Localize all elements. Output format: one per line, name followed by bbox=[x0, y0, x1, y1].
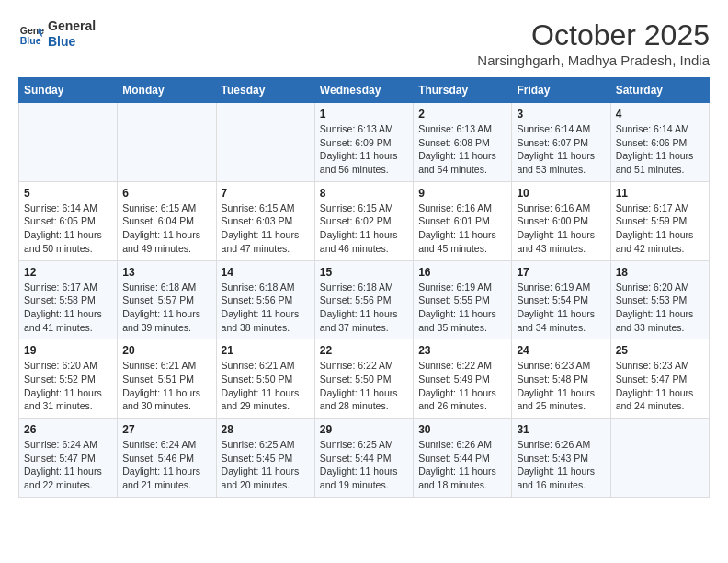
calendar-header-row: SundayMondayTuesdayWednesdayThursdayFrid… bbox=[19, 78, 710, 103]
calendar-cell: 29Sunrise: 6:25 AM Sunset: 5:44 PM Dayli… bbox=[314, 419, 413, 498]
calendar-cell: 22Sunrise: 6:22 AM Sunset: 5:50 PM Dayli… bbox=[314, 339, 413, 419]
calendar-cell: 24Sunrise: 6:23 AM Sunset: 5:48 PM Dayli… bbox=[512, 339, 610, 419]
day-number: 12 bbox=[24, 266, 112, 279]
day-info: Sunrise: 6:20 AM Sunset: 5:53 PM Dayligh… bbox=[616, 281, 704, 335]
day-number: 14 bbox=[222, 266, 310, 279]
day-info: Sunrise: 6:22 AM Sunset: 5:50 PM Dayligh… bbox=[320, 359, 408, 413]
calendar-cell: 5Sunrise: 6:14 AM Sunset: 6:05 PM Daylig… bbox=[19, 181, 118, 260]
day-number: 6 bbox=[122, 187, 210, 200]
header-monday: Monday bbox=[118, 78, 216, 103]
calendar-cell: 31Sunrise: 6:26 AM Sunset: 5:43 PM Dayli… bbox=[512, 419, 610, 498]
day-number: 17 bbox=[517, 266, 605, 279]
day-number: 3 bbox=[517, 108, 605, 121]
calendar-cell bbox=[118, 103, 216, 182]
day-info: Sunrise: 6:21 AM Sunset: 5:51 PM Dayligh… bbox=[122, 359, 210, 413]
calendar-cell: 8Sunrise: 6:15 AM Sunset: 6:02 PM Daylig… bbox=[314, 181, 413, 260]
page-header: General Blue General Blue October 2025 N… bbox=[18, 18, 710, 68]
day-info: Sunrise: 6:13 AM Sunset: 6:09 PM Dayligh… bbox=[320, 122, 408, 177]
calendar-cell: 28Sunrise: 6:25 AM Sunset: 5:45 PM Dayli… bbox=[216, 419, 314, 498]
day-info: Sunrise: 6:26 AM Sunset: 5:44 PM Dayligh… bbox=[418, 438, 506, 492]
calendar-cell: 4Sunrise: 6:14 AM Sunset: 6:06 PM Daylig… bbox=[610, 103, 709, 182]
calendar-cell: 11Sunrise: 6:17 AM Sunset: 5:59 PM Dayli… bbox=[610, 181, 709, 260]
day-number: 2 bbox=[418, 108, 506, 121]
day-number: 29 bbox=[320, 423, 408, 436]
day-info: Sunrise: 6:17 AM Sunset: 5:58 PM Dayligh… bbox=[24, 281, 112, 335]
day-info: Sunrise: 6:21 AM Sunset: 5:50 PM Dayligh… bbox=[222, 359, 310, 413]
day-number: 19 bbox=[24, 344, 112, 357]
day-number: 26 bbox=[24, 423, 112, 436]
day-number: 9 bbox=[418, 187, 506, 200]
day-info: Sunrise: 6:17 AM Sunset: 5:59 PM Dayligh… bbox=[616, 201, 704, 256]
calendar-cell: 20Sunrise: 6:21 AM Sunset: 5:51 PM Dayli… bbox=[118, 339, 216, 419]
day-info: Sunrise: 6:16 AM Sunset: 6:00 PM Dayligh… bbox=[517, 201, 605, 256]
day-number: 27 bbox=[122, 423, 210, 436]
day-info: Sunrise: 6:20 AM Sunset: 5:52 PM Dayligh… bbox=[24, 359, 112, 413]
day-info: Sunrise: 6:18 AM Sunset: 5:56 PM Dayligh… bbox=[222, 281, 310, 335]
title-block: October 2025 Narsinghgarh, Madhya Prades… bbox=[477, 18, 710, 68]
calendar-cell: 13Sunrise: 6:18 AM Sunset: 5:57 PM Dayli… bbox=[118, 260, 216, 339]
day-number: 18 bbox=[616, 266, 704, 279]
logo-text-line1: General bbox=[48, 18, 96, 34]
calendar-cell: 16Sunrise: 6:19 AM Sunset: 5:55 PM Dayli… bbox=[414, 260, 512, 339]
day-number: 31 bbox=[517, 423, 605, 436]
day-number: 28 bbox=[222, 423, 310, 436]
day-number: 11 bbox=[616, 187, 704, 200]
calendar-cell: 25Sunrise: 6:23 AM Sunset: 5:47 PM Dayli… bbox=[610, 339, 709, 419]
calendar-cell: 27Sunrise: 6:24 AM Sunset: 5:46 PM Dayli… bbox=[118, 419, 216, 498]
day-info: Sunrise: 6:16 AM Sunset: 6:01 PM Dayligh… bbox=[418, 201, 506, 256]
day-info: Sunrise: 6:13 AM Sunset: 6:08 PM Dayligh… bbox=[418, 122, 506, 177]
calendar-cell: 12Sunrise: 6:17 AM Sunset: 5:58 PM Dayli… bbox=[19, 260, 118, 339]
day-info: Sunrise: 6:22 AM Sunset: 5:49 PM Dayligh… bbox=[418, 359, 506, 413]
header-wednesday: Wednesday bbox=[314, 78, 413, 103]
svg-text:Blue: Blue bbox=[20, 34, 41, 45]
calendar-cell: 2Sunrise: 6:13 AM Sunset: 6:08 PM Daylig… bbox=[414, 103, 512, 182]
day-info: Sunrise: 6:14 AM Sunset: 6:06 PM Dayligh… bbox=[616, 122, 704, 177]
day-number: 4 bbox=[616, 108, 704, 121]
calendar-cell bbox=[216, 103, 314, 182]
header-thursday: Thursday bbox=[414, 78, 512, 103]
day-info: Sunrise: 6:23 AM Sunset: 5:47 PM Dayligh… bbox=[616, 359, 704, 413]
calendar-cell: 26Sunrise: 6:24 AM Sunset: 5:47 PM Dayli… bbox=[19, 419, 118, 498]
header-friday: Friday bbox=[512, 78, 610, 103]
logo-icon: General Blue bbox=[18, 21, 44, 47]
calendar-cell: 10Sunrise: 6:16 AM Sunset: 6:00 PM Dayli… bbox=[512, 181, 610, 260]
week-row-2: 5Sunrise: 6:14 AM Sunset: 6:05 PM Daylig… bbox=[19, 181, 710, 260]
day-info: Sunrise: 6:25 AM Sunset: 5:44 PM Dayligh… bbox=[320, 438, 408, 492]
day-info: Sunrise: 6:15 AM Sunset: 6:04 PM Dayligh… bbox=[122, 201, 210, 256]
day-number: 13 bbox=[122, 266, 210, 279]
calendar-cell: 15Sunrise: 6:18 AM Sunset: 5:56 PM Dayli… bbox=[314, 260, 413, 339]
day-number: 7 bbox=[222, 187, 310, 200]
calendar-cell: 17Sunrise: 6:19 AM Sunset: 5:54 PM Dayli… bbox=[512, 260, 610, 339]
day-info: Sunrise: 6:19 AM Sunset: 5:55 PM Dayligh… bbox=[418, 281, 506, 335]
day-number: 10 bbox=[517, 187, 605, 200]
day-info: Sunrise: 6:26 AM Sunset: 5:43 PM Dayligh… bbox=[517, 438, 605, 492]
calendar-cell: 18Sunrise: 6:20 AM Sunset: 5:53 PM Dayli… bbox=[610, 260, 709, 339]
day-info: Sunrise: 6:25 AM Sunset: 5:45 PM Dayligh… bbox=[222, 438, 310, 492]
day-number: 5 bbox=[24, 187, 112, 200]
calendar-cell: 1Sunrise: 6:13 AM Sunset: 6:09 PM Daylig… bbox=[314, 103, 413, 182]
calendar-cell: 21Sunrise: 6:21 AM Sunset: 5:50 PM Dayli… bbox=[216, 339, 314, 419]
day-number: 8 bbox=[320, 187, 408, 200]
calendar-cell: 6Sunrise: 6:15 AM Sunset: 6:04 PM Daylig… bbox=[118, 181, 216, 260]
calendar-cell bbox=[19, 103, 118, 182]
day-number: 16 bbox=[418, 266, 506, 279]
day-number: 1 bbox=[320, 108, 408, 121]
day-info: Sunrise: 6:15 AM Sunset: 6:03 PM Dayligh… bbox=[222, 201, 310, 256]
header-tuesday: Tuesday bbox=[216, 78, 314, 103]
day-number: 15 bbox=[320, 266, 408, 279]
calendar-cell bbox=[610, 419, 709, 498]
week-row-5: 26Sunrise: 6:24 AM Sunset: 5:47 PM Dayli… bbox=[19, 419, 710, 498]
day-info: Sunrise: 6:18 AM Sunset: 5:57 PM Dayligh… bbox=[122, 281, 210, 335]
location: Narsinghgarh, Madhya Pradesh, India bbox=[477, 52, 710, 68]
day-info: Sunrise: 6:24 AM Sunset: 5:47 PM Dayligh… bbox=[24, 438, 112, 492]
calendar-cell: 19Sunrise: 6:20 AM Sunset: 5:52 PM Dayli… bbox=[19, 339, 118, 419]
day-info: Sunrise: 6:19 AM Sunset: 5:54 PM Dayligh… bbox=[517, 281, 605, 335]
day-number: 23 bbox=[418, 344, 506, 357]
day-info: Sunrise: 6:18 AM Sunset: 5:56 PM Dayligh… bbox=[320, 281, 408, 335]
day-number: 30 bbox=[418, 423, 506, 436]
day-info: Sunrise: 6:14 AM Sunset: 6:05 PM Dayligh… bbox=[24, 201, 112, 256]
day-number: 20 bbox=[122, 344, 210, 357]
day-info: Sunrise: 6:24 AM Sunset: 5:46 PM Dayligh… bbox=[122, 438, 210, 492]
day-info: Sunrise: 6:23 AM Sunset: 5:48 PM Dayligh… bbox=[517, 359, 605, 413]
month-title: October 2025 bbox=[477, 18, 710, 52]
